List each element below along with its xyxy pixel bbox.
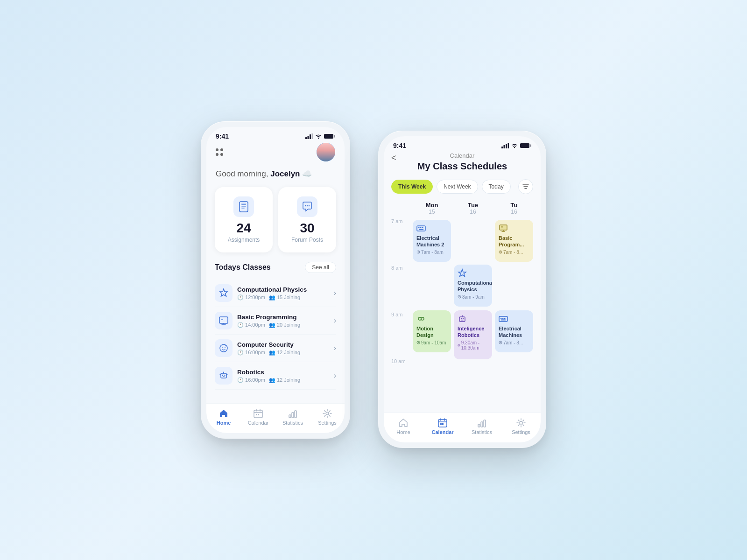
calendar-icon xyxy=(253,408,263,419)
list-item: Robotics 🕐 16:00pm 👥 12 Joining › xyxy=(215,362,336,390)
assignments-label: Assignments xyxy=(228,237,260,243)
monitor-icon xyxy=(499,224,508,233)
svg-point-30 xyxy=(223,372,224,373)
svg-rect-103 xyxy=(481,422,483,427)
this-week-tab[interactable]: This Week xyxy=(391,180,433,194)
event-time: 7am - 8am xyxy=(416,250,447,255)
arrow-icon[interactable]: › xyxy=(334,344,336,352)
greeting-text: Good morning, Jocelyn ☁️ xyxy=(215,169,336,179)
tuesday2-slots: BasicProgram... 7am - 8... xyxy=(495,219,533,398)
event-time: 8am - 9am xyxy=(458,294,488,300)
monday-slots: ElectricalMachines 2 7am - 8am xyxy=(413,219,451,398)
svg-rect-75 xyxy=(461,320,464,321)
svg-rect-84 xyxy=(501,226,503,228)
event-name: InteligenceRobotics xyxy=(458,325,488,339)
svg-rect-100 xyxy=(440,423,442,425)
back-button[interactable]: < xyxy=(391,153,396,163)
svg-rect-6 xyxy=(334,135,335,138)
calendar-title: My Class Schedules xyxy=(391,161,533,172)
menu-dots-icon[interactable] xyxy=(216,148,225,156)
nav-item-calendar-right[interactable]: Calendar xyxy=(423,418,462,435)
assignments-count: 24 xyxy=(236,222,251,235)
svg-point-77 xyxy=(462,315,463,316)
svg-marker-68 xyxy=(458,269,466,277)
statistics-icon xyxy=(477,418,487,428)
svg-rect-11 xyxy=(241,203,246,204)
class-info-security: Computer Security 🕐 16:00pm 👥 12 Joining xyxy=(237,341,329,356)
right-phone-screen: 9:41 xyxy=(384,136,541,442)
left-phone: 9:41 xyxy=(201,121,350,439)
class-icon-programming xyxy=(215,312,233,329)
nav-item-calendar[interactable]: Calendar xyxy=(241,408,275,426)
tuesday-column: Tue 16 ComputationalPhysics xyxy=(454,202,492,398)
svg-rect-101 xyxy=(442,423,444,425)
status-bar-right: 9:41 xyxy=(384,136,541,152)
keyboard2-icon xyxy=(499,314,508,323)
nav-item-home-right[interactable]: Home xyxy=(384,418,423,435)
event-electrical-machines[interactable]: ElectricalMachines 2 7am - 8am xyxy=(413,220,451,262)
svg-rect-49 xyxy=(530,145,531,147)
event-intelligence-robotics[interactable]: InteligenceRobotics 9.30am - 10.30am xyxy=(454,310,492,359)
svg-rect-88 xyxy=(499,316,507,322)
svg-rect-81 xyxy=(500,225,507,230)
next-week-tab[interactable]: Next Week xyxy=(437,180,478,194)
svg-rect-46 xyxy=(508,143,509,148)
svg-rect-72 xyxy=(459,317,465,322)
event-motion-design[interactable]: Motion Design 9am - 10am xyxy=(413,310,451,352)
svg-point-14 xyxy=(309,205,310,206)
see-all-button[interactable]: See all xyxy=(305,262,336,273)
arrow-icon[interactable]: › xyxy=(334,289,336,297)
svg-rect-39 xyxy=(289,415,291,418)
battery-icon xyxy=(324,133,335,139)
event-basic-programming[interactable]: BasicProgram... 7am - 8... xyxy=(495,220,533,262)
nav-item-settings-right[interactable]: Settings xyxy=(501,418,541,435)
svg-rect-90 xyxy=(502,318,504,319)
event-electrical2[interactable]: ElectricalMachines 7am - 8... xyxy=(495,310,533,352)
home-icon xyxy=(218,408,229,419)
svg-rect-19 xyxy=(221,319,223,320)
arrow-icon[interactable]: › xyxy=(334,371,336,380)
class-icon-robotics xyxy=(215,367,233,385)
wifi-icon xyxy=(511,143,518,148)
today-tab[interactable]: Today xyxy=(482,180,511,194)
avatar[interactable] xyxy=(317,143,335,161)
class-icon-physics xyxy=(215,284,233,302)
svg-rect-102 xyxy=(478,424,480,427)
svg-rect-28 xyxy=(223,377,225,378)
nav-item-statistics[interactable]: Statistics xyxy=(275,408,310,426)
event-time: 7am - 8... xyxy=(499,340,529,345)
event-name: ElectricalMachines 2 xyxy=(416,235,447,248)
right-phone: 9:41 xyxy=(378,131,546,448)
keyboard-icon xyxy=(416,224,426,233)
battery-icon xyxy=(520,143,531,148)
event-time: 7am - 8... xyxy=(499,250,529,255)
arrow-icon[interactable]: › xyxy=(334,316,336,325)
svg-point-20 xyxy=(220,344,227,352)
calendar-grid: 7 am 8 am 9 am 10 am Mon 15 xyxy=(391,202,533,398)
tuesday2-header: Tu 16 xyxy=(495,202,533,215)
home-icon xyxy=(398,418,409,428)
svg-rect-91 xyxy=(504,318,506,319)
svg-point-73 xyxy=(461,318,462,319)
phones-container: 9:41 xyxy=(201,112,546,448)
svg-rect-44 xyxy=(504,145,505,148)
classes-title: Todays Classes xyxy=(215,263,271,272)
nav-item-statistics-right[interactable]: Statistics xyxy=(462,418,501,435)
svg-rect-25 xyxy=(221,373,226,378)
assignments-card: 24 Assignments xyxy=(215,187,273,252)
event-name: BasicProgram... xyxy=(499,235,529,248)
nav-item-settings[interactable]: Settings xyxy=(310,408,345,426)
svg-rect-37 xyxy=(256,414,257,415)
event-name: Motion Design xyxy=(416,325,447,339)
svg-rect-2 xyxy=(310,134,311,139)
event-comp-physics[interactable]: ComputationalPhysics 8am - 9am xyxy=(454,265,492,307)
monday-column: Mon 15 xyxy=(413,202,451,398)
svg-rect-48 xyxy=(520,143,529,148)
status-icons-left xyxy=(305,133,335,139)
monday-header: Mon 15 xyxy=(413,202,451,215)
forum-count: 30 xyxy=(300,222,314,235)
nav-item-home[interactable]: Home xyxy=(206,408,241,426)
filter-icon[interactable] xyxy=(518,179,533,194)
svg-rect-3 xyxy=(312,133,313,139)
tuesday-slots: ComputationalPhysics 8am - 9am xyxy=(454,219,492,398)
